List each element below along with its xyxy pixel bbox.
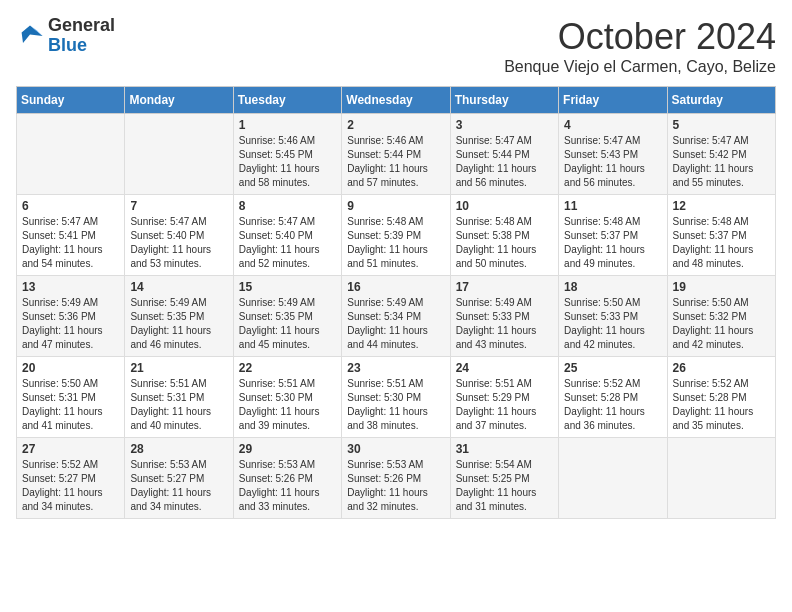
- weekday-header-thursday: Thursday: [450, 87, 558, 114]
- day-number: 19: [673, 280, 770, 294]
- day-info: Sunrise: 5:46 AMSunset: 5:44 PMDaylight:…: [347, 134, 444, 190]
- calendar-day: 8Sunrise: 5:47 AMSunset: 5:40 PMDaylight…: [233, 195, 341, 276]
- day-number: 26: [673, 361, 770, 375]
- calendar-week-4: 20Sunrise: 5:50 AMSunset: 5:31 PMDayligh…: [17, 357, 776, 438]
- calendar-day: 9Sunrise: 5:48 AMSunset: 5:39 PMDaylight…: [342, 195, 450, 276]
- day-info: Sunrise: 5:54 AMSunset: 5:25 PMDaylight:…: [456, 458, 553, 514]
- day-info: Sunrise: 5:51 AMSunset: 5:31 PMDaylight:…: [130, 377, 227, 433]
- calendar-day: 14Sunrise: 5:49 AMSunset: 5:35 PMDayligh…: [125, 276, 233, 357]
- day-info: Sunrise: 5:49 AMSunset: 5:33 PMDaylight:…: [456, 296, 553, 352]
- day-info: Sunrise: 5:49 AMSunset: 5:35 PMDaylight:…: [239, 296, 336, 352]
- calendar-day: 28Sunrise: 5:53 AMSunset: 5:27 PMDayligh…: [125, 438, 233, 519]
- day-info: Sunrise: 5:47 AMSunset: 5:40 PMDaylight:…: [130, 215, 227, 271]
- calendar-day: 1Sunrise: 5:46 AMSunset: 5:45 PMDaylight…: [233, 114, 341, 195]
- day-info: Sunrise: 5:48 AMSunset: 5:37 PMDaylight:…: [673, 215, 770, 271]
- day-number: 27: [22, 442, 119, 456]
- weekday-header-monday: Monday: [125, 87, 233, 114]
- calendar-day: [667, 438, 775, 519]
- day-number: 15: [239, 280, 336, 294]
- calendar-day: 6Sunrise: 5:47 AMSunset: 5:41 PMDaylight…: [17, 195, 125, 276]
- weekday-header-row: SundayMondayTuesdayWednesdayThursdayFrid…: [17, 87, 776, 114]
- day-number: 2: [347, 118, 444, 132]
- day-number: 16: [347, 280, 444, 294]
- day-number: 6: [22, 199, 119, 213]
- calendar-day: 23Sunrise: 5:51 AMSunset: 5:30 PMDayligh…: [342, 357, 450, 438]
- day-number: 25: [564, 361, 661, 375]
- day-info: Sunrise: 5:48 AMSunset: 5:37 PMDaylight:…: [564, 215, 661, 271]
- day-number: 29: [239, 442, 336, 456]
- logo-text: General Blue: [48, 16, 115, 56]
- calendar-header: SundayMondayTuesdayWednesdayThursdayFrid…: [17, 87, 776, 114]
- day-number: 17: [456, 280, 553, 294]
- calendar-day: [17, 114, 125, 195]
- calendar-body: 1Sunrise: 5:46 AMSunset: 5:45 PMDaylight…: [17, 114, 776, 519]
- day-number: 4: [564, 118, 661, 132]
- day-info: Sunrise: 5:51 AMSunset: 5:30 PMDaylight:…: [347, 377, 444, 433]
- calendar-day: 3Sunrise: 5:47 AMSunset: 5:44 PMDaylight…: [450, 114, 558, 195]
- day-info: Sunrise: 5:47 AMSunset: 5:43 PMDaylight:…: [564, 134, 661, 190]
- calendar-day: 29Sunrise: 5:53 AMSunset: 5:26 PMDayligh…: [233, 438, 341, 519]
- day-info: Sunrise: 5:50 AMSunset: 5:32 PMDaylight:…: [673, 296, 770, 352]
- calendar-day: 16Sunrise: 5:49 AMSunset: 5:34 PMDayligh…: [342, 276, 450, 357]
- day-info: Sunrise: 5:50 AMSunset: 5:31 PMDaylight:…: [22, 377, 119, 433]
- day-number: 7: [130, 199, 227, 213]
- calendar-day: [125, 114, 233, 195]
- day-info: Sunrise: 5:53 AMSunset: 5:27 PMDaylight:…: [130, 458, 227, 514]
- calendar-week-1: 1Sunrise: 5:46 AMSunset: 5:45 PMDaylight…: [17, 114, 776, 195]
- weekday-header-saturday: Saturday: [667, 87, 775, 114]
- location-subtitle: Benque Viejo el Carmen, Cayo, Belize: [504, 58, 776, 76]
- weekday-header-wednesday: Wednesday: [342, 87, 450, 114]
- day-number: 18: [564, 280, 661, 294]
- calendar-day: 17Sunrise: 5:49 AMSunset: 5:33 PMDayligh…: [450, 276, 558, 357]
- calendar-day: 10Sunrise: 5:48 AMSunset: 5:38 PMDayligh…: [450, 195, 558, 276]
- day-number: 13: [22, 280, 119, 294]
- calendar-day: 24Sunrise: 5:51 AMSunset: 5:29 PMDayligh…: [450, 357, 558, 438]
- calendar-day: 22Sunrise: 5:51 AMSunset: 5:30 PMDayligh…: [233, 357, 341, 438]
- day-number: 24: [456, 361, 553, 375]
- calendar-day: 5Sunrise: 5:47 AMSunset: 5:42 PMDaylight…: [667, 114, 775, 195]
- calendar-day: 7Sunrise: 5:47 AMSunset: 5:40 PMDaylight…: [125, 195, 233, 276]
- calendar-day: 11Sunrise: 5:48 AMSunset: 5:37 PMDayligh…: [559, 195, 667, 276]
- calendar-day: 19Sunrise: 5:50 AMSunset: 5:32 PMDayligh…: [667, 276, 775, 357]
- day-number: 12: [673, 199, 770, 213]
- day-number: 9: [347, 199, 444, 213]
- day-number: 20: [22, 361, 119, 375]
- day-number: 30: [347, 442, 444, 456]
- calendar-week-5: 27Sunrise: 5:52 AMSunset: 5:27 PMDayligh…: [17, 438, 776, 519]
- calendar-day: 20Sunrise: 5:50 AMSunset: 5:31 PMDayligh…: [17, 357, 125, 438]
- calendar-day: 21Sunrise: 5:51 AMSunset: 5:31 PMDayligh…: [125, 357, 233, 438]
- day-info: Sunrise: 5:46 AMSunset: 5:45 PMDaylight:…: [239, 134, 336, 190]
- calendar-table: SundayMondayTuesdayWednesdayThursdayFrid…: [16, 86, 776, 519]
- calendar-day: 2Sunrise: 5:46 AMSunset: 5:44 PMDaylight…: [342, 114, 450, 195]
- calendar-day: 15Sunrise: 5:49 AMSunset: 5:35 PMDayligh…: [233, 276, 341, 357]
- day-number: 14: [130, 280, 227, 294]
- logo-blue-text: Blue: [48, 35, 87, 55]
- day-number: 8: [239, 199, 336, 213]
- calendar-day: 27Sunrise: 5:52 AMSunset: 5:27 PMDayligh…: [17, 438, 125, 519]
- svg-marker-0: [22, 25, 43, 43]
- day-info: Sunrise: 5:47 AMSunset: 5:41 PMDaylight:…: [22, 215, 119, 271]
- day-number: 28: [130, 442, 227, 456]
- title-block: October 2024 Benque Viejo el Carmen, Cay…: [504, 16, 776, 76]
- day-info: Sunrise: 5:48 AMSunset: 5:39 PMDaylight:…: [347, 215, 444, 271]
- calendar-day: 31Sunrise: 5:54 AMSunset: 5:25 PMDayligh…: [450, 438, 558, 519]
- day-number: 31: [456, 442, 553, 456]
- day-info: Sunrise: 5:49 AMSunset: 5:34 PMDaylight:…: [347, 296, 444, 352]
- day-number: 5: [673, 118, 770, 132]
- day-number: 1: [239, 118, 336, 132]
- day-info: Sunrise: 5:53 AMSunset: 5:26 PMDaylight:…: [347, 458, 444, 514]
- logo-bird-icon: [16, 22, 44, 50]
- day-info: Sunrise: 5:52 AMSunset: 5:28 PMDaylight:…: [673, 377, 770, 433]
- day-info: Sunrise: 5:51 AMSunset: 5:30 PMDaylight:…: [239, 377, 336, 433]
- calendar-day: 4Sunrise: 5:47 AMSunset: 5:43 PMDaylight…: [559, 114, 667, 195]
- calendar-day: 25Sunrise: 5:52 AMSunset: 5:28 PMDayligh…: [559, 357, 667, 438]
- logo-general-text: General: [48, 15, 115, 35]
- day-info: Sunrise: 5:49 AMSunset: 5:36 PMDaylight:…: [22, 296, 119, 352]
- day-info: Sunrise: 5:47 AMSunset: 5:40 PMDaylight:…: [239, 215, 336, 271]
- calendar-day: 12Sunrise: 5:48 AMSunset: 5:37 PMDayligh…: [667, 195, 775, 276]
- calendar-week-3: 13Sunrise: 5:49 AMSunset: 5:36 PMDayligh…: [17, 276, 776, 357]
- day-info: Sunrise: 5:48 AMSunset: 5:38 PMDaylight:…: [456, 215, 553, 271]
- day-info: Sunrise: 5:53 AMSunset: 5:26 PMDaylight:…: [239, 458, 336, 514]
- day-number: 11: [564, 199, 661, 213]
- month-title: October 2024: [504, 16, 776, 58]
